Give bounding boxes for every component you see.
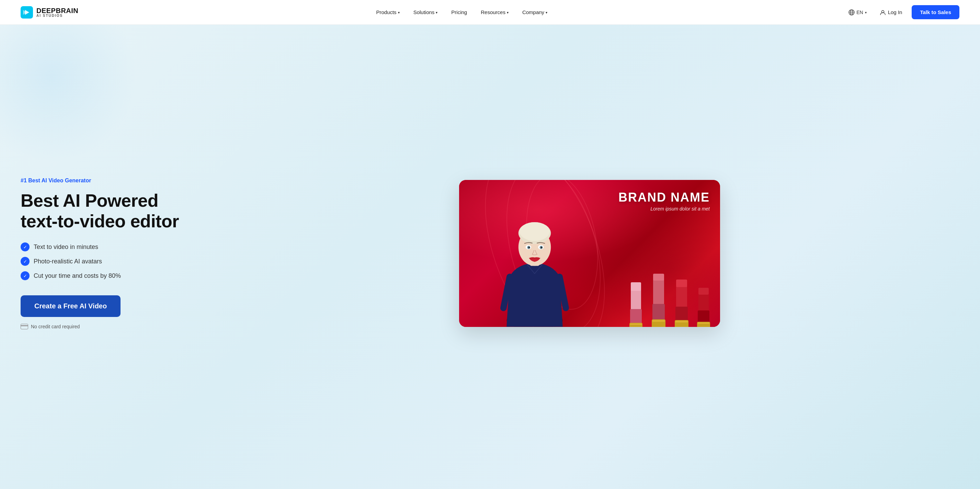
logo-text: DEEPBRAIN AI STUDIOS [37, 7, 78, 18]
avatar-figure [487, 202, 583, 327]
feature-item-1: ✓ Text to video in minutes [21, 242, 199, 252]
video-scene: BRAND NAME Lorem ipsum dolor sit a met [459, 180, 720, 327]
logo-icon [21, 6, 33, 19]
nav-item-company[interactable]: Company ▾ [517, 6, 553, 18]
nav-item-solutions[interactable]: Solutions ▾ [408, 6, 443, 18]
svg-rect-29 [652, 320, 665, 322]
lipstick-1 [627, 282, 646, 327]
nav-link-products[interactable]: Products ▾ [371, 6, 405, 18]
svg-rect-25 [653, 279, 664, 304]
check-icon-2: ✓ [21, 257, 30, 266]
lipstick-svg-4 [694, 286, 713, 327]
lipstick-svg-3 [671, 279, 692, 327]
nav-link-solutions[interactable]: Solutions ▾ [408, 6, 443, 18]
chevron-down-icon: ▾ [507, 11, 509, 14]
svg-rect-31 [676, 280, 687, 287]
nav-item-resources[interactable]: Resources ▾ [475, 6, 514, 18]
nav-links: Products ▾ Solutions ▾ Pricing Resources… [371, 6, 553, 18]
hero-left: #1 Best AI Video Generator Best AI Power… [21, 178, 220, 330]
svg-point-19 [541, 247, 542, 248]
svg-rect-22 [630, 309, 642, 325]
login-button[interactable]: Log In [874, 6, 908, 18]
nav-link-company[interactable]: Company ▾ [517, 6, 553, 18]
svg-rect-21 [631, 282, 641, 291]
lipstick-4 [694, 286, 713, 327]
nav-item-pricing[interactable]: Pricing [446, 6, 473, 18]
svg-rect-37 [698, 311, 710, 323]
feature-item-2: ✓ Photo-realistic AI avatars [21, 257, 199, 266]
svg-rect-36 [698, 288, 709, 295]
lipstick-2 [648, 274, 669, 327]
svg-rect-35 [698, 293, 709, 311]
lipsticks-group [627, 274, 713, 327]
talk-to-sales-button[interactable]: Talk to Sales [912, 5, 959, 19]
chevron-down-icon: ▾ [398, 11, 400, 14]
lipstick-svg-1 [627, 282, 646, 327]
chevron-down-icon: ▾ [865, 11, 867, 14]
nav-link-resources[interactable]: Resources ▾ [475, 6, 514, 18]
chevron-down-icon: ▾ [436, 11, 438, 14]
svg-rect-39 [698, 322, 710, 324]
avatar-svg [487, 202, 583, 327]
logo-sub: AI STUDIOS [37, 14, 78, 18]
hero-features-list: ✓ Text to video in minutes ✓ Photo-reali… [21, 242, 199, 280]
hero-badge: #1 Best AI Video Generator [21, 178, 199, 184]
svg-rect-32 [675, 307, 688, 322]
main-nav: DEEPBRAIN AI STUDIOS Products ▾ Solution… [0, 0, 980, 25]
lipstick-svg-2 [648, 274, 669, 327]
svg-rect-20 [631, 289, 641, 310]
brand-subtitle: Lorem ipsum dolor sit a met [619, 206, 710, 212]
svg-point-13 [520, 222, 549, 241]
language-button[interactable]: EN ▾ [845, 7, 870, 18]
svg-rect-24 [630, 323, 642, 325]
brand-name: BRAND NAME [619, 190, 710, 205]
no-credit-card-notice: No credit card required [21, 324, 199, 329]
svg-rect-27 [652, 304, 665, 321]
logo-link[interactable]: DEEPBRAIN AI STUDIOS [21, 6, 78, 19]
nav-link-pricing[interactable]: Pricing [446, 6, 473, 18]
chevron-down-icon: ▾ [546, 11, 547, 14]
hero-title: Best AI Powered text-to-video editor [21, 191, 199, 232]
svg-rect-26 [653, 274, 664, 280]
check-icon-3: ✓ [21, 271, 30, 280]
credit-card-icon [21, 324, 28, 329]
hero-section: #1 Best AI Video Generator Best AI Power… [0, 25, 980, 489]
brand-overlay: BRAND NAME Lorem ipsum dolor sit a met [619, 190, 710, 212]
create-free-video-button[interactable]: Create a Free AI Video [21, 295, 121, 317]
user-icon [880, 9, 886, 16]
globe-icon [848, 9, 855, 16]
nav-right: EN ▾ Log In Talk to Sales [845, 5, 959, 19]
hero-right: BRAND NAME Lorem ipsum dolor sit a met [220, 180, 959, 327]
svg-point-18 [528, 247, 530, 248]
svg-rect-34 [675, 321, 688, 322]
check-icon-1: ✓ [21, 242, 30, 252]
feature-item-3: ✓ Cut your time and costs by 80% [21, 271, 199, 280]
video-preview: BRAND NAME Lorem ipsum dolor sit a met [459, 180, 720, 327]
logo-main: DEEPBRAIN [37, 7, 78, 14]
svg-rect-30 [676, 285, 687, 307]
lipstick-3 [671, 279, 692, 327]
nav-item-products[interactable]: Products ▾ [371, 6, 405, 18]
